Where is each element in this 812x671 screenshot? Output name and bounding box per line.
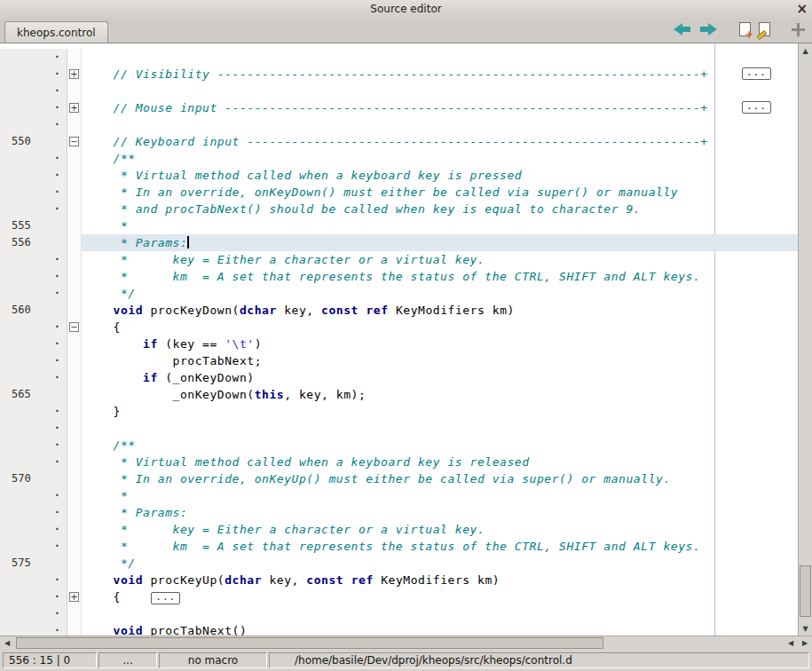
line-gutter: ·	[0, 201, 67, 217]
fold-margin	[67, 49, 82, 66]
code-text: */	[82, 555, 798, 572]
fold-toggle-icon[interactable]: +	[69, 103, 79, 113]
horizontal-scroll-track[interactable]	[14, 636, 784, 650]
document-add-button[interactable]	[739, 22, 751, 36]
line-dot: ·	[54, 487, 60, 504]
code-line[interactable]: 560 void procKeyDown(dchar key, const re…	[0, 302, 798, 319]
line-dot: ·	[54, 454, 60, 470]
code-line[interactable]: · * Virtual method called when a keyboar…	[0, 167, 798, 184]
code-line[interactable]: · * key = Either a character or a virtua…	[0, 521, 798, 538]
code-line[interactable]: ·	[0, 116, 798, 133]
fold-toggle-icon[interactable]: +	[69, 69, 79, 79]
fold-ellipsis[interactable]: ...	[151, 592, 180, 604]
horizontal-scroll-thumb[interactable]	[16, 637, 603, 649]
code-line[interactable]: 555 *	[0, 217, 798, 234]
line-dot: ·	[54, 504, 60, 521]
line-gutter: ·	[0, 336, 67, 352]
scroll-up-button[interactable]: ▲	[799, 43, 812, 58]
fold-toggle-icon[interactable]: −	[69, 322, 79, 332]
document-edit-button[interactable]	[759, 22, 770, 36]
fold-margin	[67, 605, 82, 622]
fold-toggle-icon[interactable]: −	[69, 137, 79, 146]
line-gutter: ·	[0, 572, 67, 588]
fold-margin	[67, 420, 82, 437]
line-gutter: ·	[0, 167, 67, 184]
scroll-right-button[interactable]: ▶	[798, 636, 812, 650]
code-line[interactable]: · procTabNext;	[0, 352, 798, 369]
vertical-scroll-track[interactable]	[799, 58, 812, 621]
code-line[interactable]: · */	[0, 285, 798, 302]
code-line[interactable]: ·+ // Visibility -----------------------…	[0, 66, 798, 83]
line-gutter: ·	[0, 588, 67, 605]
line-gutter: 555	[0, 217, 67, 234]
line-dot: ·	[54, 285, 60, 302]
code-line[interactable]: · void procTabNext()	[0, 622, 798, 635]
editor-lines[interactable]: ··+ // Visibility ----------------------…	[0, 43, 798, 635]
code-line[interactable]: ·	[0, 420, 798, 437]
scroll-down-button[interactable]: ▼	[799, 621, 812, 635]
code-text: /**	[82, 150, 798, 167]
code-line[interactable]: · * km = A set that represents the statu…	[0, 268, 798, 285]
fold-margin	[67, 572, 82, 588]
code-line[interactable]: 570 * In an override, onKeyUp() must eit…	[0, 470, 798, 487]
code-line[interactable]: · * and procTabNext() should be called w…	[0, 201, 798, 217]
code-line[interactable]: · *	[0, 487, 798, 504]
code-line[interactable]: ·	[0, 49, 798, 66]
fold-margin	[67, 251, 82, 268]
code-line[interactable]: ·− {	[0, 319, 798, 336]
line-dot: ·	[54, 336, 60, 352]
fold-margin	[67, 217, 82, 234]
line-dot: ·	[54, 605, 60, 622]
code-text: * km = A set that represents the status …	[82, 538, 798, 555]
code-line[interactable]: · }	[0, 403, 798, 420]
line-gutter: 565	[0, 386, 67, 403]
line-gutter: ·	[0, 420, 67, 437]
code-text: */	[82, 285, 798, 302]
code-line[interactable]: · * In an override, onKeyDown() must eit…	[0, 184, 798, 201]
fold-ellipsis[interactable]: ...	[742, 67, 771, 80]
source-editor-window: Source editor × kheops.control ··+ //	[0, 0, 812, 671]
line-gutter: ·	[0, 369, 67, 386]
code-line[interactable]: ·	[0, 605, 798, 622]
code-line[interactable]: ·+ { ...	[0, 588, 798, 605]
line-gutter: 575	[0, 555, 67, 572]
line-dot: ·	[54, 49, 60, 66]
vertical-scroll-thumb[interactable]	[800, 565, 811, 617]
status-bar: 556 : 15 | 0 ... no macro /home/basile/D…	[0, 650, 812, 671]
code-line[interactable]: · if (_onKeyDown)	[0, 369, 798, 386]
code-line[interactable]: · void procKeyUp(dchar key, const ref Ke…	[0, 572, 798, 588]
code-text: * Params:	[82, 234, 798, 251]
fold-margin	[67, 167, 82, 184]
horizontal-scrollbar[interactable]: ◀ ◀ ▶	[0, 635, 812, 650]
navigate-back-button[interactable]	[673, 22, 691, 36]
code-line[interactable]: 556 * Params:	[0, 234, 798, 251]
fold-ellipsis[interactable]: ...	[742, 101, 771, 114]
fold-margin	[67, 285, 82, 302]
code-line[interactable]: · /**	[0, 437, 798, 454]
code-line[interactable]: · /**	[0, 150, 798, 167]
code-line[interactable]: · * Params:	[0, 504, 798, 521]
code-line[interactable]: · * Virtual method called when a keyboar…	[0, 454, 798, 470]
close-icon[interactable]: ×	[796, 0, 808, 18]
code-line[interactable]: · if (key == '\t')	[0, 336, 798, 352]
code-line[interactable]: 575 */	[0, 555, 798, 572]
code-line[interactable]: ·	[0, 83, 798, 99]
fold-toggle-icon[interactable]: +	[69, 592, 79, 602]
vertical-scrollbar[interactable]: ▲ ▼	[798, 43, 812, 635]
scroll-left-secondary-button[interactable]: ◀	[784, 636, 798, 650]
fold-margin	[67, 504, 82, 521]
scroll-left-button[interactable]: ◀	[0, 636, 14, 650]
tab-kheops-control[interactable]: kheops.control	[4, 21, 108, 43]
move-handle-icon[interactable]	[792, 23, 805, 36]
code-line[interactable]: ·+ // Mouse input ----------------------…	[0, 99, 798, 116]
code-line[interactable]: · * key = Either a character or a virtua…	[0, 251, 798, 268]
code-line[interactable]: 550− // Keyboard input -----------------…	[0, 133, 798, 150]
navigate-forward-button[interactable]	[699, 22, 718, 36]
fold-margin	[67, 201, 82, 217]
code-line[interactable]: 565 _onKeyDown(this, key, km);	[0, 386, 798, 403]
line-dot: ·	[54, 588, 60, 605]
line-dot: ·	[54, 403, 60, 420]
line-gutter: ·	[0, 268, 67, 285]
code-line[interactable]: · * km = A set that represents the statu…	[0, 538, 798, 555]
fold-margin	[67, 386, 82, 403]
